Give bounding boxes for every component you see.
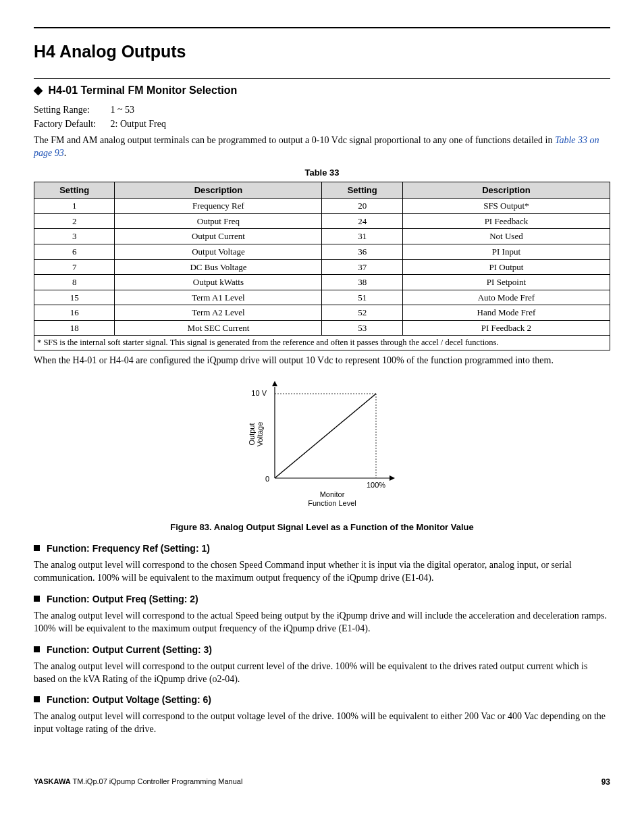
chart-xlabel-2: Function Level [308,499,356,507]
table-cell: Hand Mode Fref [402,305,610,321]
table-row: 6Output Voltage36PI Input [34,244,610,259]
table-row: 2Output Freq24PI Feedback [34,213,610,229]
function-title: Function: Output Voltage (Setting: 6) [47,694,211,705]
function-heading: Function: Output Current (Setting: 3) [34,644,610,656]
setting-range-value: 1 ~ 53 [111,105,135,115]
table-cell: 37 [322,259,402,275]
table-cell: 24 [322,213,402,229]
function-body: The analog output level will correspond … [34,610,610,635]
intro-post: . [64,148,67,158]
table-cell: 3 [34,229,115,244]
table-cell: 16 [34,305,115,321]
table-row: 16Term A2 Level52Hand Mode Fref [34,305,610,321]
table-33: Setting Description Setting Description … [34,182,610,350]
table-cell: 51 [322,290,402,305]
th-description-1: Description [115,182,322,199]
footer-doc: TM.iQp.07 iQpump Controller Programming … [71,777,243,785]
square-bullet-icon [34,696,40,702]
table-cell: PI Input [402,244,610,259]
footer-brand: YASKAWA [34,777,71,785]
table-cell: Term A2 Level [115,305,322,321]
figure-83-caption: Figure 83. Analog Output Signal Level as… [34,521,610,533]
section-title: ◆ H4-01 Terminal FM Monitor Selection [34,83,610,99]
table-cell: Output Voltage [115,244,322,259]
table-cell: 53 [322,320,402,336]
table-cell: Not Used [402,229,610,244]
intro-pre: The FM and AM analog output terminals ca… [34,135,555,145]
setting-range-label: Setting Range: [34,104,108,117]
factory-default-row: Factory Default: 2: Output Freq [34,118,610,131]
table-cell: 2 [34,213,115,229]
chart-xmax-label: 100% [367,481,385,489]
table-cell: 52 [322,305,402,321]
svg-line-2 [275,394,376,478]
chart-yzero-label: 0 [265,475,269,483]
table-cell: Auto Mode Fref [402,290,610,305]
table-33-caption: Table 33 [34,167,610,179]
table-cell: 38 [322,275,402,290]
function-title: Function: Output Current (Setting: 3) [47,644,212,655]
chart-ytop-label: 10 V [251,389,267,397]
chart-xlabel-1: Monitor [320,490,345,498]
table-cell: 15 [34,290,115,305]
table-row: 7DC Bus Voltage37PI Output [34,259,610,275]
function-heading: Function: Output Freq (Setting: 2) [34,593,610,606]
function-body: The analog output level will correspond … [34,559,610,585]
square-bullet-icon [34,596,40,602]
th-description-2: Description [402,182,610,199]
table-row: 3Output Current31Not Used [34,229,610,244]
table-cell: Frequency Ref [115,199,322,214]
function-body: The analog output level will correspond … [34,710,610,736]
table-footnote: * SFS is the internal soft starter signa… [34,336,610,350]
table-cell: Output Freq [115,213,322,229]
table-cell: 31 [322,229,402,244]
square-bullet-icon [34,646,40,652]
table-row: 1Frequency Ref20SFS Output* [34,199,610,214]
chart-ylabel-1: Output [248,423,256,446]
function-body: The analog output level will correspond … [34,660,610,686]
top-rule [34,27,610,28]
intro-paragraph: The FM and AM analog output terminals ca… [34,134,610,160]
function-heading: Function: Frequency Ref (Setting: 1) [34,542,610,555]
function-heading: Function: Output Voltage (Setting: 6) [34,694,610,706]
table-cell: PI Feedback [402,213,610,229]
figure-83: 10 V 0 100% Output Voltage Monitor Funct… [34,377,610,516]
section-rule [34,78,610,79]
section-title-text: H4-01 Terminal FM Monitor Selection [48,84,237,96]
th-setting-1: Setting [34,182,115,199]
table-cell: 6 [34,244,115,259]
table-row: 18Mot SEC Current53PI Feedback 2 [34,320,610,336]
table-cell: 20 [322,199,402,214]
after-table-paragraph: When the H4-01 or H4-04 are configured t… [34,355,610,367]
footer-left: YASKAWA TM.iQp.07 iQpump Controller Prog… [34,777,242,787]
chart-ylabel-2: Voltage [256,422,264,447]
square-bullet-icon [34,545,40,551]
analog-output-chart: 10 V 0 100% Output Voltage Monitor Funct… [234,377,410,512]
table-row: 8Output kWatts38PI Setpoint [34,275,610,290]
table-cell: 36 [322,244,402,259]
table-cell: Output kWatts [115,275,322,290]
table-cell: Term A1 Level [115,290,322,305]
setting-range-row: Setting Range: 1 ~ 53 [34,104,610,117]
table-header-row: Setting Description Setting Description [34,182,610,199]
table-cell: Mot SEC Current [115,320,322,336]
function-title: Function: Frequency Ref (Setting: 1) [47,543,210,554]
table-cell: SFS Output* [402,199,610,214]
table-cell: 1 [34,199,115,214]
factory-default-label: Factory Default: [34,118,108,131]
page-footer: YASKAWA TM.iQp.07 iQpump Controller Prog… [34,777,610,787]
factory-default-value: 2: Output Freq [111,119,166,129]
table-cell: DC Bus Voltage [115,259,322,275]
table-cell: Output Current [115,229,322,244]
table-row: 15Term A1 Level51Auto Mode Fref [34,290,610,305]
table-cell: PI Feedback 2 [402,320,610,336]
table-cell: 8 [34,275,115,290]
footer-page-number: 93 [601,777,610,787]
table-cell: 7 [34,259,115,275]
table-cell: PI Setpoint [402,275,610,290]
table-footnote-row: * SFS is the internal soft starter signa… [34,336,610,350]
table-cell: 18 [34,320,115,336]
page-title: H4 Analog Outputs [34,41,610,63]
table-cell: PI Output [402,259,610,275]
th-setting-2: Setting [322,182,402,199]
